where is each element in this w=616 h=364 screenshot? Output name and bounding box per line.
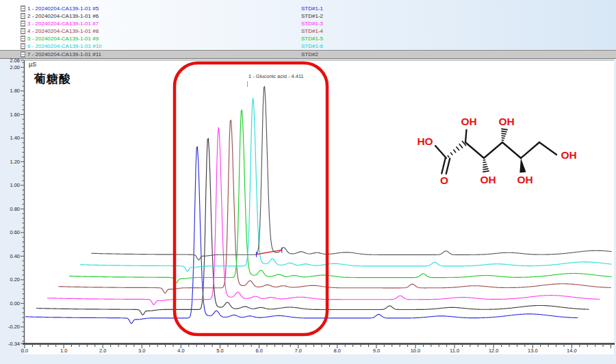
standard-label: STD#1-1 xyxy=(301,5,323,12)
chromatogram-doc-icon xyxy=(21,13,25,19)
molecule-label-oh-c4: OH xyxy=(498,116,514,127)
injection-name: 3 - 20240204-CA139-1-01 #7 xyxy=(27,20,99,27)
legend-row-injection-7[interactable]: 7 - 20240204-CA139-1-01 #11STD#2 xyxy=(0,50,616,59)
standard-label: STD#1-4 xyxy=(301,27,323,35)
svg-text:0.80: 0.80 xyxy=(10,206,20,212)
molecule-label-oh-c6: OH xyxy=(561,149,576,161)
svg-text:12.0: 12.0 xyxy=(489,348,499,354)
svg-text:7.0: 7.0 xyxy=(294,348,301,354)
injection-name: 6 - 20240204-CA139-1-01 #10 xyxy=(27,42,102,50)
injection-name: 2 - 20240204-CA139-1-01 #6 xyxy=(27,12,99,20)
svg-text:4.0: 4.0 xyxy=(177,348,184,354)
legend-row-injection-2[interactable]: 2 - 20240204-CA139-1-01 #6STD#1-2 xyxy=(0,12,616,20)
svg-text:2.0: 2.0 xyxy=(99,348,106,354)
svg-text:-0.20: -0.20 xyxy=(8,324,20,330)
molecule-bond-c2-oh xyxy=(465,130,467,142)
plot-background xyxy=(25,60,614,343)
legend-row-injection-1[interactable]: 1 - 20240204-CA139-1-01 #5STD#1-1 xyxy=(0,5,616,12)
injection-name: 4 - 20240204-CA139-1-01 #8 xyxy=(27,27,99,35)
chromatogram-doc-icon xyxy=(21,28,25,34)
svg-text:0.0: 0.0 xyxy=(21,348,28,354)
molecule-label-oh-c5: OH xyxy=(517,174,532,185)
svg-text:8.0: 8.0 xyxy=(334,348,341,354)
svg-text:14.0: 14.0 xyxy=(567,348,577,354)
svg-text:1.0: 1.0 xyxy=(60,348,67,354)
svg-text:0.60: 0.60 xyxy=(10,229,20,235)
legend-row-injection-6[interactable]: 6 - 20240204-CA139-1-01 #10STD#1-6 xyxy=(0,42,616,50)
injection-name: 7 - 20240204-CA139-1-01 #11 xyxy=(27,51,101,58)
chromatogram-doc-icon xyxy=(21,43,25,49)
svg-text:5.0: 5.0 xyxy=(216,348,223,354)
standard-label: STD#1-3 xyxy=(301,20,323,27)
peak-annotation-label: 1 - Gluconic acid - 4.411 xyxy=(248,73,304,79)
svg-text:-0.34: -0.34 xyxy=(8,341,20,347)
chromatogram-doc-icon xyxy=(21,21,25,27)
svg-text:6.0: 6.0 xyxy=(255,348,262,354)
svg-text:0.40: 0.40 xyxy=(10,253,20,259)
svg-text:3.0: 3.0 xyxy=(138,348,145,354)
svg-text:1.20: 1.20 xyxy=(10,159,20,165)
y-axis-unit-label: µS xyxy=(29,61,36,68)
legend-row-injection-3[interactable]: 3 - 20240204-CA139-1-01 #7STD#1-3 xyxy=(0,20,616,27)
standard-label: STD#2 xyxy=(301,51,318,58)
injection-list-panel: 1 - 20240204-CA139-1-01 #5STD#1-12 - 202… xyxy=(0,0,616,58)
chromatography-software-window: 0.01.02.03.04.05.06.07.08.09.010.011.012… xyxy=(0,0,616,364)
svg-text:0.20: 0.20 xyxy=(10,276,20,283)
molecule-label-ho: HO xyxy=(417,135,433,147)
svg-text:1.80: 1.80 xyxy=(10,88,20,94)
svg-text:1.60: 1.60 xyxy=(10,112,20,118)
svg-text:11.0: 11.0 xyxy=(450,348,459,354)
standard-label: STD#1-5 xyxy=(301,35,323,42)
svg-text:0.00: 0.00 xyxy=(10,300,20,307)
standard-label: STD#1-6 xyxy=(301,42,323,50)
chromatogram-doc-icon xyxy=(21,36,25,42)
injection-name: 5 - 20240204-CA139-1-01 #9 xyxy=(27,35,99,42)
chart-title-chinese: 葡糖酸 xyxy=(34,71,71,87)
chromatogram-doc-icon xyxy=(21,51,25,57)
svg-text:1.40: 1.40 xyxy=(10,135,20,141)
svg-text:2.00: 2.00 xyxy=(10,64,20,70)
chromatogram-doc-icon xyxy=(21,5,25,12)
svg-text:9.0: 9.0 xyxy=(373,348,380,354)
svg-text:10.0: 10.0 xyxy=(411,348,421,354)
molecule-label-oh-c2: OH xyxy=(461,116,476,127)
legend-row-injection-4[interactable]: 4 - 20240204-CA139-1-01 #8STD#1-4 xyxy=(0,27,616,35)
standard-label: STD#1-2 xyxy=(301,12,323,20)
molecule-label-oh-c3: OH xyxy=(480,174,496,185)
x-axis-label-strip xyxy=(25,345,614,354)
svg-text:13.0: 13.0 xyxy=(528,348,538,354)
peak-label-tick xyxy=(247,81,248,87)
svg-text:1.00: 1.00 xyxy=(10,182,20,188)
molecule-label-carbonyl-o: O xyxy=(440,174,448,186)
injection-name: 1 - 20240204-CA139-1-01 #5 xyxy=(27,5,99,12)
legend-row-injection-5[interactable]: 5 - 20240204-CA139-1-01 #9STD#1-5 xyxy=(0,35,616,42)
